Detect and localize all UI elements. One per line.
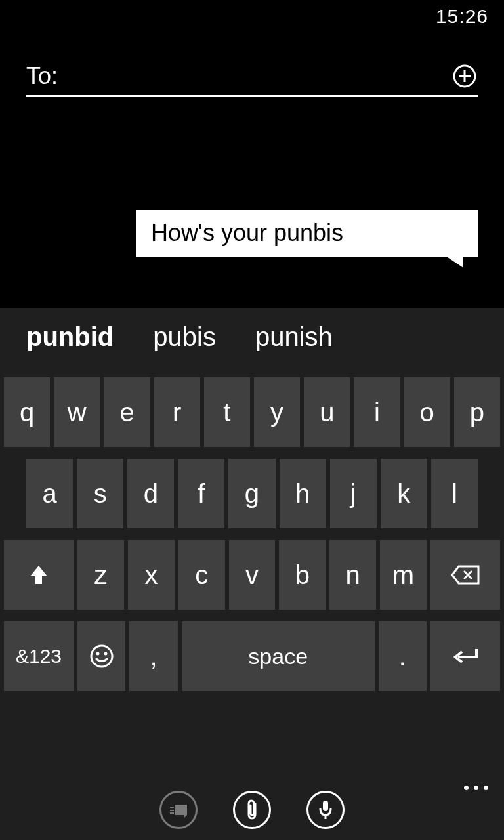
- key-x[interactable]: x: [128, 540, 175, 610]
- key-row-2: a s d f g h j k l: [0, 459, 504, 528]
- key-j[interactable]: j: [330, 459, 377, 528]
- more-button[interactable]: [464, 786, 488, 790]
- key-q[interactable]: q: [4, 377, 50, 447]
- key-row-3: z x c v b n m: [0, 540, 504, 610]
- add-contact-button[interactable]: [452, 63, 478, 89]
- key-h[interactable]: h: [280, 459, 326, 528]
- key-w[interactable]: w: [54, 377, 100, 447]
- enter-icon: [452, 646, 479, 666]
- svg-rect-9: [170, 807, 174, 808]
- key-g[interactable]: g: [228, 459, 275, 528]
- app-bar: [0, 779, 504, 840]
- key-comma[interactable]: ,: [129, 621, 177, 691]
- status-bar: 15:26: [0, 0, 504, 33]
- send-icon: [169, 802, 188, 818]
- suggestion-1[interactable]: pubis: [153, 322, 216, 352]
- to-field-row: To:: [26, 62, 478, 97]
- svg-point-5: [91, 646, 112, 667]
- plus-circle-icon: [452, 64, 477, 89]
- key-f[interactable]: f: [178, 459, 224, 528]
- key-s[interactable]: s: [77, 459, 123, 528]
- key-b[interactable]: b: [279, 540, 326, 610]
- clock: 15:26: [436, 5, 488, 28]
- key-row-1: q w e r t y u i o p: [0, 377, 504, 447]
- message-bubble[interactable]: How's your punbis: [136, 210, 478, 257]
- keyboard: punbid pubis punish q w e r t y u i o p …: [0, 308, 504, 779]
- key-k[interactable]: k: [381, 459, 427, 528]
- key-u[interactable]: u: [304, 377, 350, 447]
- svg-rect-8: [175, 805, 187, 815]
- send-button[interactable]: [159, 791, 198, 829]
- outgoing-message: How's your punbis: [136, 210, 478, 257]
- key-row-4: &123 , space .: [0, 621, 504, 691]
- key-e[interactable]: e: [104, 377, 150, 447]
- key-numbers[interactable]: &123: [4, 621, 74, 691]
- suggestion-2[interactable]: punish: [255, 322, 333, 352]
- microphone-icon: [318, 799, 333, 820]
- dot-icon: [464, 786, 469, 790]
- key-a[interactable]: a: [26, 459, 73, 528]
- key-o[interactable]: o: [404, 377, 450, 447]
- message-text: How's your punbis: [151, 219, 343, 246]
- key-period[interactable]: .: [379, 621, 427, 691]
- svg-point-7: [104, 652, 107, 656]
- key-shift[interactable]: [4, 540, 74, 610]
- to-label: To:: [26, 62, 58, 90]
- shift-icon: [29, 564, 49, 585]
- attach-button[interactable]: [233, 791, 271, 829]
- key-emoji[interactable]: [77, 621, 125, 691]
- key-backspace[interactable]: [430, 540, 500, 610]
- svg-rect-11: [170, 812, 174, 814]
- key-l[interactable]: l: [431, 459, 478, 528]
- paperclip-icon: [245, 799, 259, 821]
- key-r[interactable]: r: [154, 377, 200, 447]
- to-input[interactable]: [66, 62, 452, 90]
- suggestion-0[interactable]: punbid: [26, 322, 114, 352]
- key-d[interactable]: d: [127, 459, 174, 528]
- key-p[interactable]: p: [454, 377, 500, 447]
- key-space[interactable]: space: [182, 621, 375, 691]
- dot-icon: [484, 786, 488, 790]
- smiley-icon: [89, 644, 114, 669]
- key-z[interactable]: z: [77, 540, 124, 610]
- key-m[interactable]: m: [380, 540, 427, 610]
- backspace-icon: [451, 565, 480, 585]
- bubble-tail: [448, 257, 463, 268]
- dot-icon: [474, 786, 478, 790]
- svg-rect-12: [323, 801, 328, 811]
- svg-point-6: [96, 652, 99, 656]
- key-y[interactable]: y: [254, 377, 300, 447]
- key-c[interactable]: c: [178, 540, 225, 610]
- key-v[interactable]: v: [229, 540, 276, 610]
- key-i[interactable]: i: [354, 377, 400, 447]
- voice-button[interactable]: [306, 791, 345, 829]
- key-t[interactable]: t: [204, 377, 250, 447]
- svg-rect-10: [170, 810, 174, 811]
- key-n[interactable]: n: [329, 540, 376, 610]
- suggestion-bar: punbid pubis punish: [0, 308, 504, 366]
- key-enter[interactable]: [430, 621, 500, 691]
